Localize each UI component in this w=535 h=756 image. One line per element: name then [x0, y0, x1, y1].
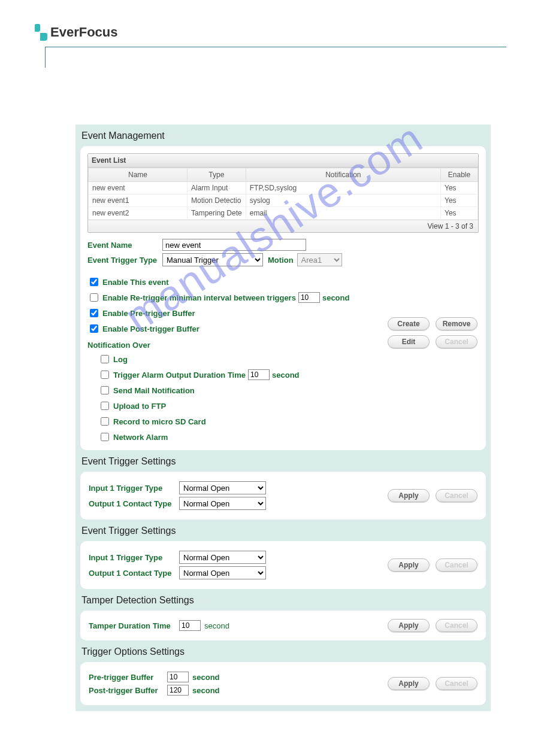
header-divider — [45, 47, 506, 68]
brand-name: EverFocus — [50, 25, 118, 40]
section-title-trigger-2: Event Trigger Settings — [75, 520, 491, 541]
notif-log-checkbox[interactable] — [101, 355, 109, 363]
event-name-label: Event Name — [87, 241, 162, 250]
table-row[interactable]: new event Alarm Input FTP,SD,syslog Yes — [89, 182, 478, 195]
event-list-title: Event List — [88, 154, 478, 168]
trigger-type-label: Event Trigger Type — [87, 256, 162, 265]
notif-mail-label: Send Mail Notification — [113, 386, 195, 395]
notif-sd-checkbox[interactable] — [101, 417, 109, 426]
cancel-button[interactable]: Cancel — [436, 335, 477, 348]
cell-notification: syslog — [246, 195, 440, 207]
notif-mail-checkbox[interactable] — [101, 386, 109, 394]
event-list-box: Event List Name Type Notification Enable… — [87, 153, 479, 233]
section-title-trigger-1: Event Trigger Settings — [75, 450, 491, 472]
tamper-duration-input[interactable] — [179, 620, 201, 631]
cell-type: Alarm Input — [188, 182, 246, 195]
cell-name: new event1 — [89, 195, 188, 207]
settings-container: manualshive.com Event Management Event L… — [75, 125, 491, 711]
enable-pre-trigger-checkbox[interactable] — [90, 309, 98, 317]
cell-enable: Yes — [441, 207, 478, 220]
notif-log-label: Log — [113, 355, 128, 364]
cell-type: Motion Detectio — [188, 195, 246, 207]
cell-enable: Yes — [441, 182, 478, 195]
post-trigger-buffer-input[interactable] — [167, 685, 189, 696]
input1-trigger-type-select-2[interactable]: Normal Open — [179, 551, 266, 564]
event-name-input[interactable] — [162, 239, 306, 251]
enable-retrigger-checkbox[interactable] — [90, 293, 98, 302]
output1-contact-type-select-2[interactable]: Normal Open — [179, 566, 266, 579]
notif-network-alarm-label: Network Alarm — [113, 433, 168, 442]
event-table: Name Type Notification Enable new event … — [88, 168, 478, 220]
everfocus-icon — [33, 24, 47, 41]
tamper-second-label: second — [204, 621, 229, 630]
tamper-duration-label: Tamper Duration Time — [89, 621, 176, 630]
brand-logo: EverFocus — [33, 24, 535, 41]
pre-second-label: second — [192, 673, 220, 682]
cell-type: Tampering Dete — [188, 207, 246, 220]
output1-contact-type-label-2: Output 1 Contact Type — [89, 569, 176, 578]
alarm-output-second-label: second — [272, 371, 300, 379]
col-enable[interactable]: Enable — [441, 168, 478, 182]
pre-trigger-buffer-label: Pre-trigger Buffer — [89, 673, 164, 682]
motion-label: Motion — [268, 256, 294, 265]
section-title-tamper: Tamper Detection Settings — [75, 589, 491, 611]
enable-this-event-label: Enable This event — [102, 278, 169, 287]
retrigger-interval-input[interactable] — [298, 292, 320, 303]
apply-button[interactable]: Apply — [388, 489, 430, 502]
col-type[interactable]: Type — [188, 168, 246, 182]
pre-trigger-buffer-input[interactable] — [167, 672, 189, 682]
enable-pre-trigger-label: Enable Pre-trigger Buffer — [102, 309, 195, 318]
cancel-button[interactable]: Cancel — [436, 677, 477, 690]
table-footer: View 1 - 3 of 3 — [88, 220, 478, 232]
post-trigger-buffer-label: Post-trigger Buffer — [89, 686, 164, 695]
cell-name: new event — [89, 182, 188, 195]
retrigger-second-label: second — [322, 293, 350, 302]
create-button[interactable]: Create — [388, 317, 430, 330]
event-management-panel: Event List Name Type Notification Enable… — [80, 146, 486, 450]
cell-name: new event2 — [89, 207, 188, 220]
enable-post-trigger-checkbox[interactable] — [90, 324, 98, 333]
cell-notification: FTP,SD,syslog — [246, 182, 440, 195]
tamper-panel: Tamper Duration Time second Apply Cancel — [80, 611, 486, 640]
remove-button[interactable]: Remove — [436, 317, 477, 330]
notif-ftp-label: Upload to FTP — [113, 402, 166, 411]
apply-button[interactable]: Apply — [388, 677, 430, 690]
cell-notification: email — [246, 207, 440, 220]
col-name[interactable]: Name — [89, 168, 188, 182]
cancel-button[interactable]: Cancel — [436, 619, 477, 632]
trigger-options-panel: Pre-trigger Buffer second Post-trigger B… — [80, 662, 486, 705]
trigger-settings-panel-1: Input 1 Trigger Type Normal Open Output … — [80, 472, 486, 520]
output1-contact-type-select[interactable]: Normal Open — [179, 497, 266, 510]
input1-trigger-type-label-2: Input 1 Trigger Type — [89, 553, 176, 562]
enable-retrigger-label: Enable Re-trigger miniman interval betwe… — [102, 293, 296, 302]
enable-post-trigger-label: Enable Post-trigger Buffer — [102, 324, 200, 333]
alarm-output-duration-input[interactable] — [248, 369, 270, 380]
col-notification[interactable]: Notification — [246, 168, 440, 182]
notif-network-alarm-checkbox[interactable] — [101, 433, 109, 441]
apply-button[interactable]: Apply — [388, 558, 430, 572]
notif-alarm-output-label: Trigger Alarm Output Duration Time — [113, 371, 246, 379]
post-second-label: second — [192, 686, 220, 695]
table-row[interactable]: new event2 Tampering Dete email Yes — [89, 207, 478, 220]
edit-button[interactable]: Edit — [388, 335, 430, 348]
section-title-event-management: Event Management — [75, 125, 491, 146]
trigger-type-select[interactable]: Manual Trigger — [162, 253, 263, 266]
motion-select: Area1 — [297, 253, 342, 266]
cancel-button[interactable]: Cancel — [436, 558, 477, 572]
page-header: EverFocus — [0, 0, 535, 41]
apply-button[interactable]: Apply — [388, 619, 430, 632]
notif-alarm-output-checkbox[interactable] — [101, 371, 109, 379]
notif-ftp-checkbox[interactable] — [101, 402, 109, 410]
cancel-button[interactable]: Cancel — [436, 489, 477, 502]
input1-trigger-type-label: Input 1 Trigger Type — [89, 484, 176, 493]
section-title-trigger-options: Trigger Options Settings — [75, 640, 491, 662]
cell-enable: Yes — [441, 195, 478, 207]
notif-sd-label: Record to micro SD Card — [113, 417, 206, 426]
trigger-settings-panel-2: Input 1 Trigger Type Normal Open Output … — [80, 541, 486, 589]
enable-this-event-checkbox[interactable] — [90, 278, 98, 286]
table-row[interactable]: new event1 Motion Detectio syslog Yes — [89, 195, 478, 207]
output1-contact-type-label: Output 1 Contact Type — [89, 499, 176, 508]
input1-trigger-type-select[interactable]: Normal Open — [179, 481, 266, 494]
